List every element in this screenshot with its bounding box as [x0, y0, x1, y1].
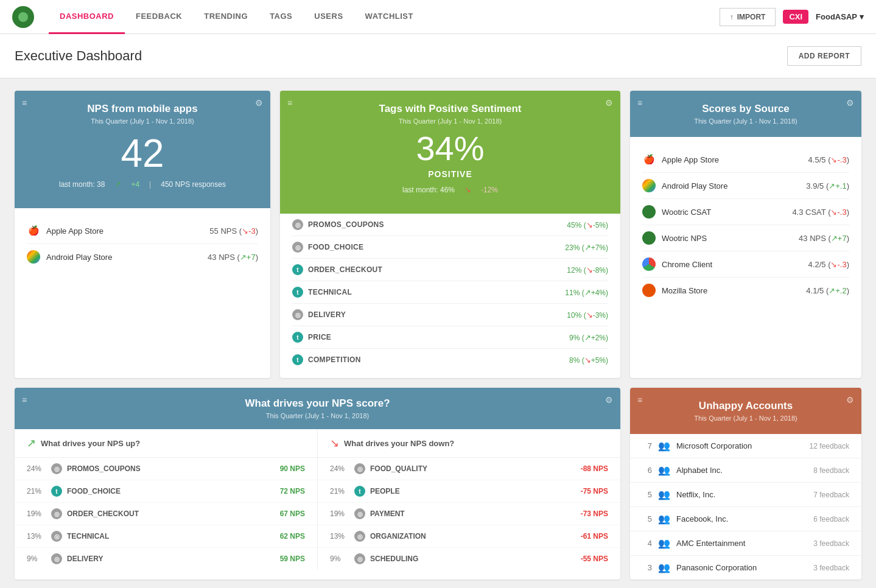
- nps-android-score: 43 NPS (↗+7): [208, 253, 258, 262]
- tags-filter-icon[interactable]: ≡: [287, 98, 292, 108]
- tag-row-competition: t COMPETITION 8% (↘+5%): [292, 349, 608, 371]
- scores-filter-icon[interactable]: ≡: [637, 98, 642, 108]
- add-report-button[interactable]: ADD REPORT: [787, 46, 861, 66]
- import-button[interactable]: ↑ IMPORT: [720, 8, 776, 26]
- drivers-up-pct-4: 9%: [27, 555, 46, 563]
- unhappy-settings-icon[interactable]: ⚙: [846, 395, 854, 405]
- drivers-down-icon-4: ◎: [354, 553, 365, 564]
- drivers-up-icon-0: ◎: [51, 463, 62, 474]
- unhappy-filter-icon[interactable]: ≡: [637, 395, 642, 405]
- drivers-settings-icon[interactable]: ⚙: [605, 395, 613, 405]
- tag-icon-order: t: [292, 264, 303, 275]
- unhappy-count-1: 6: [642, 466, 652, 475]
- nps-settings-icon[interactable]: ⚙: [255, 98, 263, 108]
- tag-icon-competition: t: [292, 354, 303, 365]
- tag-trend-competition: ↘: [584, 355, 591, 365]
- tag-name-delivery: DELIVERY: [308, 310, 346, 319]
- scores-wootric-csat-left: Wootric CSAT: [642, 205, 711, 219]
- drivers-up-name-1: FOOD_CHOICE: [67, 487, 121, 495]
- tag-trend-food: ↗: [584, 243, 591, 252]
- tags-big-percent: 34%: [292, 128, 608, 168]
- tag-icon-price: t: [292, 332, 303, 343]
- scores-wootric-csat-score: 4.3 CSAT (↘-.3): [792, 208, 849, 217]
- tags-card-subtitle: This Quarter (July 1 - Nov 1, 2018): [292, 117, 608, 125]
- unhappy-count-0: 7: [642, 441, 652, 450]
- unhappy-card-subtitle: This Quarter (July 1 - Nov 1, 2018): [642, 415, 849, 422]
- tags-settings-icon[interactable]: ⚙: [605, 98, 613, 108]
- nps-card-subtitle: This Quarter (July 1 - Nov 1, 2018): [27, 117, 258, 125]
- nps-filter-icon[interactable]: ≡: [22, 98, 27, 108]
- unhappy-card-header: ≡ ⚙ Unhappy Accounts This Quarter (July …: [630, 388, 861, 434]
- drivers-up-row-2: 19% ◎ ORDER_CHECKOUT 67 NPS: [15, 503, 317, 525]
- tag-row-technical: t TECHNICAL 11% (↗+4%): [292, 281, 608, 304]
- tag-icon-promos: ◎: [292, 219, 303, 230]
- drivers-up-icon-1: t: [51, 486, 62, 497]
- nps-delta: +4: [131, 180, 139, 189]
- nps-trend-up-icon: ↗: [114, 180, 121, 189]
- drivers-up-nps-3: 62 NPS: [280, 532, 305, 541]
- nav-tags[interactable]: TAGS: [259, 0, 303, 34]
- drivers-down-left-4: 9% ◎ SCHEDULING: [330, 553, 418, 564]
- tag-left-order: t ORDER_CHECKOUT: [292, 264, 382, 275]
- drivers-down-pct-4: 9%: [330, 555, 349, 563]
- nps-responses: 450 NPS responses: [161, 180, 226, 189]
- tag-score-order: 12% (↘-8%): [567, 265, 608, 275]
- scores-apple-trend: ↘: [830, 155, 837, 164]
- drivers-down-nps-1: -75 NPS: [581, 487, 608, 495]
- logo[interactable]: [12, 6, 34, 28]
- scores-apple-row: 🍎 Apple App Store 4.5/5 (↘-.3): [642, 147, 849, 173]
- nav-feedback[interactable]: FEEDBACK: [125, 0, 193, 34]
- unhappy-people-icon-4: 👥: [658, 537, 670, 549]
- nav-users[interactable]: USERS: [303, 0, 354, 34]
- drivers-up-left-2: 19% ◎ ORDER_CHECKOUT: [27, 508, 139, 519]
- unhappy-row-3: 5 👥 Facebook, Inc. 6 feedback: [630, 507, 861, 531]
- unhappy-left-5: 3 👥 Panasonic Corporation: [642, 562, 757, 573]
- drivers-up-row-1: 21% t FOOD_CHOICE 72 NPS: [15, 480, 317, 503]
- nav-right: ↑ IMPORT CXI FoodASAP ▾: [720, 8, 864, 26]
- drivers-down-icon-0: ◎: [354, 463, 365, 474]
- main-content: ≡ ⚙ NPS from mobile apps This Quarter (J…: [0, 79, 876, 588]
- scores-wootric-nps-trend: ↗: [831, 234, 838, 243]
- tag-icon-technical: t: [292, 287, 303, 298]
- unhappy-count-4: 4: [642, 539, 652, 548]
- tags-positive-label: POSITIVE: [292, 169, 608, 179]
- unhappy-card: ≡ ⚙ Unhappy Accounts This Quarter (July …: [630, 388, 861, 579]
- unhappy-people-icon-3: 👥: [658, 513, 670, 525]
- scores-mozilla-row: Mozilla Store 4.1/5 (↗+.2): [642, 278, 849, 303]
- nps-card-title: NPS from mobile apps: [27, 103, 258, 115]
- drivers-down-row-0: 24% ◎ FOOD_QUALITY -88 NPS: [318, 458, 620, 480]
- drivers-down-label: What drives your NPS down?: [344, 439, 454, 448]
- unhappy-row-1: 6 👥 Alphabet Inc. 8 feedback: [630, 458, 861, 483]
- nav-dashboard[interactable]: DASHBOARD: [49, 0, 125, 34]
- tag-name-order: ORDER_CHECKOUT: [308, 265, 382, 274]
- scores-apple-icon: 🍎: [642, 153, 656, 166]
- drivers-down-left-0: 24% ◎ FOOD_QUALITY: [330, 463, 427, 474]
- nav-trending[interactable]: TRENDING: [193, 0, 259, 34]
- unhappy-people-icon-0: 👥: [658, 440, 670, 452]
- drivers-filter-icon[interactable]: ≡: [22, 395, 27, 405]
- tag-score-technical: 11% (↗+4%): [565, 288, 608, 297]
- nps-card: ≡ ⚙ NPS from mobile apps This Quarter (J…: [15, 91, 270, 378]
- tag-score-competition: 8% (↘+5%): [569, 355, 608, 365]
- tag-score-price: 9% (↗+2%): [569, 333, 608, 342]
- scores-settings-icon[interactable]: ⚙: [846, 98, 854, 108]
- scores-card-title: Scores by Source: [642, 103, 849, 115]
- drivers-down-row-4: 9% ◎ SCHEDULING -55 NPS: [318, 548, 620, 570]
- scores-wootric-csat-name: Wootric CSAT: [662, 208, 711, 217]
- account-selector[interactable]: FoodASAP ▾: [816, 12, 864, 21]
- tags-card: ≡ ⚙ Tags with Positive Sentiment This Qu…: [280, 91, 620, 378]
- unhappy-row-0: 7 👥 Microsoft Corporation 12 feedback: [630, 434, 861, 458]
- drivers-down-name-3: ORGANIZATION: [370, 532, 426, 541]
- tag-name-food: FOOD_CHOICE: [308, 243, 363, 251]
- drivers-down-pct-0: 24%: [330, 464, 349, 473]
- tag-name-technical: TECHNICAL: [308, 288, 352, 296]
- tag-score-food: 23% (↗+7%): [565, 243, 608, 252]
- tag-trend-promos: ↘: [586, 220, 593, 229]
- scores-wootric-csat-row: Wootric CSAT 4.3 CSAT (↘-.3): [642, 199, 849, 225]
- unhappy-left-0: 7 👥 Microsoft Corporation: [642, 440, 752, 452]
- android-icon: [27, 250, 40, 264]
- scores-chrome-score: 4.2/5 (↘-.3): [808, 260, 849, 269]
- tag-left-promos: ◎ PROMOS_COUPONS: [292, 219, 384, 230]
- drivers-down-pct-3: 13%: [330, 532, 349, 541]
- nav-watchlist[interactable]: WATCHLIST: [354, 0, 424, 34]
